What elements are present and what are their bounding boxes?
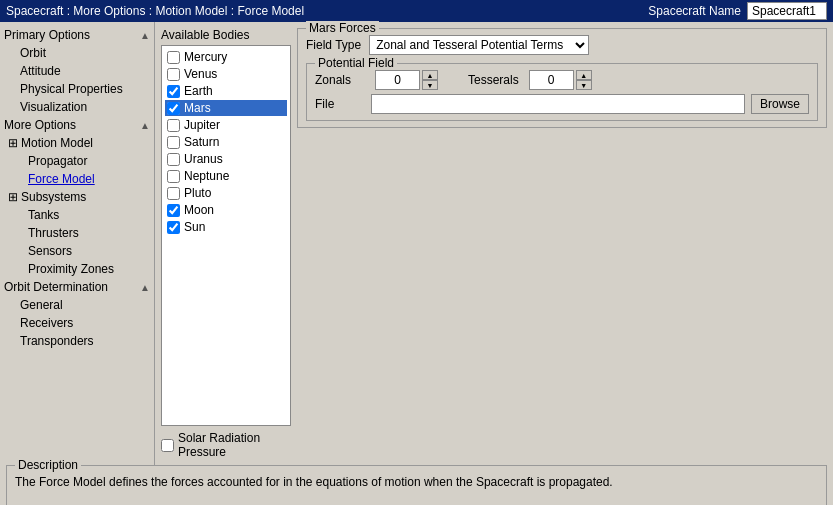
motion-model-label: Motion Model [21, 136, 93, 150]
tesserals-spinner-buttons: ▲ ▼ [576, 70, 592, 90]
spacecraft-name-area: Spacecraft Name Spacecraft1 [648, 2, 827, 20]
solar-radiation-checkbox[interactable] [161, 439, 174, 452]
potential-field-label: Potential Field [315, 56, 397, 70]
description-group: Description The Force Model defines the … [6, 465, 827, 505]
forces-panel: Mars Forces Field Type Zonal and Tessera… [297, 28, 827, 459]
neptune-checkbox[interactable] [167, 170, 180, 183]
bodies-list: Mercury Venus Earth Mars Jupiter [161, 45, 291, 426]
mars-forces-label: Mars Forces [306, 21, 379, 35]
body-item-mars[interactable]: Mars [165, 100, 287, 116]
sidebar: Primary Options ▲ Orbit Attitude Physica… [0, 22, 155, 465]
sidebar-item-orbit[interactable]: Orbit [0, 44, 154, 62]
solar-radiation-row[interactable]: Solar Radiation Pressure [161, 431, 291, 459]
more-options-arrow: ▲ [140, 120, 150, 131]
sidebar-item-force-model[interactable]: Force Model [8, 170, 154, 188]
pluto-checkbox[interactable] [167, 187, 180, 200]
main-container: Primary Options ▲ Orbit Attitude Physica… [0, 22, 833, 465]
title-bar: Spacecraft : More Options : Motion Model… [0, 0, 833, 22]
field-type-row: Field Type Zonal and Tesseral Potential … [306, 35, 818, 55]
potential-field-group: Potential Field Zonals ▲ ▼ Tesserals [306, 63, 818, 121]
more-options-label: More Options [4, 118, 76, 132]
jupiter-checkbox[interactable] [167, 119, 180, 132]
body-item-sun[interactable]: Sun [165, 219, 287, 235]
mars-checkbox[interactable] [167, 102, 180, 115]
primary-options-arrow: ▲ [140, 30, 150, 41]
sidebar-item-visualization[interactable]: Visualization [0, 98, 154, 116]
description-label: Description [15, 458, 81, 472]
sidebar-item-transponders[interactable]: Transponders [0, 332, 154, 350]
sidebar-section-primary-options[interactable]: Primary Options ▲ [0, 26, 154, 44]
jupiter-label: Jupiter [184, 118, 220, 132]
window-title: Spacecraft : More Options : Motion Model… [6, 4, 304, 18]
earth-label: Earth [184, 84, 213, 98]
body-item-saturn[interactable]: Saturn [165, 134, 287, 150]
zonals-up-btn[interactable]: ▲ [422, 70, 438, 80]
subsystems-folder-icon: ⊞ [8, 190, 18, 204]
uranus-checkbox[interactable] [167, 153, 180, 166]
mars-forces-group: Mars Forces Field Type Zonal and Tessera… [297, 28, 827, 128]
sidebar-item-physical-properties[interactable]: Physical Properties [0, 80, 154, 98]
uranus-label: Uranus [184, 152, 223, 166]
sidebar-section-orbit-determination[interactable]: Orbit Determination ▲ [0, 278, 154, 296]
body-item-pluto[interactable]: Pluto [165, 185, 287, 201]
zonals-input[interactable] [375, 70, 420, 90]
sidebar-item-attitude[interactable]: Attitude [0, 62, 154, 80]
available-bodies-panel: Available Bodies Mercury Venus Earth Mar… [161, 28, 291, 459]
earth-checkbox[interactable] [167, 85, 180, 98]
mercury-label: Mercury [184, 50, 227, 64]
browse-button[interactable]: Browse [751, 94, 809, 114]
sidebar-section-more-options[interactable]: More Options ▲ [0, 116, 154, 134]
neptune-label: Neptune [184, 169, 229, 183]
tesserals-input[interactable] [529, 70, 574, 90]
description-text: The Force Model defines the forces accou… [15, 475, 613, 489]
saturn-label: Saturn [184, 135, 219, 149]
field-type-select[interactable]: Zonal and Tesseral Potential Terms Point… [369, 35, 589, 55]
sidebar-section-motion-model[interactable]: ⊞ Motion Model [8, 134, 154, 152]
zonals-spinner-buttons: ▲ ▼ [422, 70, 438, 90]
sidebar-item-proximity-zones[interactable]: Proximity Zones [8, 260, 154, 278]
field-type-label: Field Type [306, 38, 361, 52]
spacecraft-name-label: Spacecraft Name [648, 4, 741, 18]
sun-checkbox[interactable] [167, 221, 180, 234]
tesserals-down-btn[interactable]: ▼ [576, 80, 592, 90]
zonals-spinner: ▲ ▼ [375, 70, 438, 90]
zonals-row: Zonals ▲ ▼ Tesserals ▲ [315, 70, 809, 90]
spacecraft-name-value: Spacecraft1 [747, 2, 827, 20]
sidebar-item-propagator[interactable]: Propagator [8, 152, 154, 170]
orbit-determination-arrow: ▲ [140, 282, 150, 293]
body-item-uranus[interactable]: Uranus [165, 151, 287, 167]
body-item-moon[interactable]: Moon [165, 202, 287, 218]
sidebar-item-receivers[interactable]: Receivers [0, 314, 154, 332]
motion-model-folder-icon: ⊞ [8, 136, 18, 150]
file-input[interactable] [371, 94, 745, 114]
body-item-earth[interactable]: Earth [165, 83, 287, 99]
file-row: File Browse [315, 94, 809, 114]
sidebar-item-tanks[interactable]: Tanks [8, 206, 154, 224]
tesserals-up-btn[interactable]: ▲ [576, 70, 592, 80]
venus-label: Venus [184, 67, 217, 81]
solar-radiation-label: Solar Radiation Pressure [178, 431, 291, 459]
subsystems-label: Subsystems [21, 190, 86, 204]
sidebar-section-subsystems[interactable]: ⊞ Subsystems [8, 188, 154, 206]
file-label: File [315, 97, 365, 111]
sidebar-item-sensors[interactable]: Sensors [8, 242, 154, 260]
venus-checkbox[interactable] [167, 68, 180, 81]
zonals-down-btn[interactable]: ▼ [422, 80, 438, 90]
sidebar-item-thrusters[interactable]: Thrusters [8, 224, 154, 242]
content-area: Available Bodies Mercury Venus Earth Mar… [155, 22, 833, 465]
sidebar-item-general[interactable]: General [0, 296, 154, 314]
primary-options-label: Primary Options [4, 28, 90, 42]
body-item-venus[interactable]: Venus [165, 66, 287, 82]
saturn-checkbox[interactable] [167, 136, 180, 149]
moon-checkbox[interactable] [167, 204, 180, 217]
body-item-mercury[interactable]: Mercury [165, 49, 287, 65]
sun-label: Sun [184, 220, 205, 234]
orbit-determination-label: Orbit Determination [4, 280, 108, 294]
moon-label: Moon [184, 203, 214, 217]
tesserals-spinner: ▲ ▼ [529, 70, 592, 90]
body-item-jupiter[interactable]: Jupiter [165, 117, 287, 133]
mars-label: Mars [184, 101, 211, 115]
body-item-neptune[interactable]: Neptune [165, 168, 287, 184]
mercury-checkbox[interactable] [167, 51, 180, 64]
available-bodies-title: Available Bodies [161, 28, 291, 42]
